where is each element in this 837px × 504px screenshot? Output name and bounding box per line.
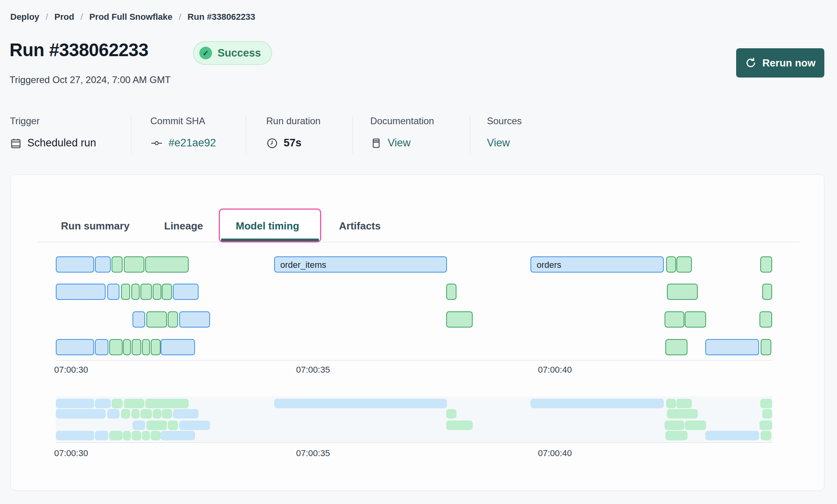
gantt-bar[interactable]	[666, 256, 676, 273]
minimap-bar	[146, 421, 167, 430]
minimap-bar	[446, 409, 456, 419]
minimap-bar	[140, 409, 152, 419]
clock-icon	[266, 137, 278, 149]
gantt-bar[interactable]	[173, 284, 199, 300]
minimap-bar	[162, 409, 172, 419]
gantt-bar[interactable]	[145, 256, 189, 273]
minimap-bar	[56, 399, 94, 408]
time-tick-label: 07:00:40	[538, 448, 572, 459]
meta-documentation: Documentation View	[370, 116, 434, 149]
breadcrumb-run: Run #338062233	[187, 12, 255, 22]
meta-sources-label: Sources	[487, 116, 522, 127]
gantt-bar[interactable]	[162, 284, 172, 300]
gantt-bar-label: order_items	[280, 260, 326, 270]
gantt-bar[interactable]	[676, 256, 692, 273]
meta-divider	[352, 116, 353, 153]
gantt-bar[interactable]	[109, 339, 123, 355]
gantt-bar-label: orders	[537, 260, 561, 270]
tabs-divider	[38, 242, 799, 243]
minimap-bar	[112, 399, 123, 408]
gantt-bar[interactable]	[131, 284, 140, 300]
gantt-bar[interactable]	[133, 311, 145, 328]
minimap-bar	[161, 431, 195, 440]
minimap-bar	[665, 421, 684, 430]
gantt-bar[interactable]	[153, 284, 161, 300]
triggered-timestamp: Triggered Oct 27, 2024, 7:00 AM GMT	[9, 74, 170, 85]
gantt-bar[interactable]	[761, 339, 771, 355]
gantt-bar[interactable]	[95, 339, 108, 355]
gantt-bar[interactable]	[446, 311, 473, 328]
gantt-bar[interactable]	[140, 284, 152, 300]
calendar-icon	[10, 137, 22, 149]
tab-lineage[interactable]: Lineage	[164, 220, 203, 232]
minimap-bar	[153, 409, 161, 419]
documentation-view-link[interactable]: View	[388, 137, 411, 149]
gantt-bar[interactable]	[760, 256, 773, 273]
breadcrumb-environment[interactable]: Prod Full Snowflake	[89, 12, 172, 22]
sources-view-link[interactable]: View	[487, 137, 510, 149]
minimap-bar	[685, 421, 706, 430]
breadcrumb-deploy[interactable]: Deploy	[10, 12, 39, 22]
minimap-bar	[121, 409, 130, 419]
meta-trigger-label: Trigger	[10, 116, 96, 127]
gantt-bar[interactable]	[142, 339, 150, 355]
tab-model-timing[interactable]: Model timing	[236, 220, 299, 232]
tab-run-summary[interactable]: Run summary	[61, 220, 129, 232]
gantt-bar[interactable]	[179, 311, 210, 328]
gantt-bar[interactable]	[665, 339, 687, 355]
gantt-bar[interactable]	[161, 339, 195, 355]
gantt-bar[interactable]	[151, 339, 161, 355]
gantt-bar-orders[interactable]: orders	[530, 256, 664, 273]
gantt-axis-line	[56, 360, 772, 361]
rerun-now-button[interactable]: Rerun now	[736, 48, 824, 78]
minimap-axis-line	[56, 442, 772, 443]
gantt-bar[interactable]	[56, 284, 106, 300]
refresh-icon	[745, 57, 757, 69]
meta-run-duration: Run duration 57s	[266, 116, 320, 149]
meta-duration-label: Run duration	[266, 116, 320, 127]
breadcrumb: Deploy / Prod / Prod Full Snowflake / Ru…	[10, 12, 255, 22]
meta-divider	[246, 116, 246, 153]
meta-divider	[470, 116, 470, 153]
status-badge: ✓ Success	[193, 41, 272, 65]
meta-sources: Sources View	[487, 116, 522, 149]
minimap-bar	[131, 409, 140, 419]
status-badge-label: Success	[218, 47, 261, 59]
minimap-bar	[762, 409, 773, 419]
minimap-bar	[530, 399, 664, 408]
gantt-bar[interactable]	[168, 311, 178, 328]
breadcrumb-prod[interactable]: Prod	[54, 12, 74, 22]
minimap-bar	[56, 409, 106, 419]
gantt-bar[interactable]	[146, 311, 167, 328]
gantt-bar[interactable]	[132, 339, 141, 355]
commit-sha-link[interactable]: #e21ae92	[169, 137, 216, 149]
minimap-bar	[124, 399, 144, 408]
meta-documentation-label: Documentation	[370, 116, 434, 127]
run-duration-value: 57s	[284, 137, 301, 149]
tab-artifacts[interactable]: Artifacts	[339, 220, 381, 232]
gantt-bar[interactable]	[685, 311, 706, 328]
gantt-bar[interactable]	[705, 339, 759, 355]
gantt-bar[interactable]	[56, 256, 94, 273]
gantt-bar[interactable]	[121, 284, 130, 300]
gantt-bar[interactable]	[759, 311, 772, 328]
gantt-bar[interactable]	[107, 284, 120, 300]
gantt-bar[interactable]	[446, 284, 456, 300]
meta-commit-label: Commit SHA	[150, 116, 216, 127]
gantt-bar[interactable]	[124, 256, 144, 273]
gantt-bar[interactable]	[667, 284, 698, 300]
page-title: Run #338062233	[9, 39, 148, 61]
gantt-bar[interactable]	[762, 284, 773, 300]
time-tick-label: 07:00:40	[538, 365, 572, 375]
gantt-bar[interactable]	[56, 339, 94, 355]
docs-icon	[370, 137, 382, 149]
minimap-bar	[151, 431, 161, 440]
gantt-bar-order_items[interactable]: order_items	[274, 256, 447, 273]
gantt-bar[interactable]	[112, 256, 123, 273]
gantt-bar[interactable]	[123, 339, 131, 355]
gantt-bar[interactable]	[665, 311, 684, 328]
gantt-bar[interactable]	[95, 256, 111, 273]
rerun-now-label: Rerun now	[762, 57, 815, 69]
time-tick-label: 07:00:30	[54, 448, 88, 459]
minimap-bar	[179, 421, 210, 430]
